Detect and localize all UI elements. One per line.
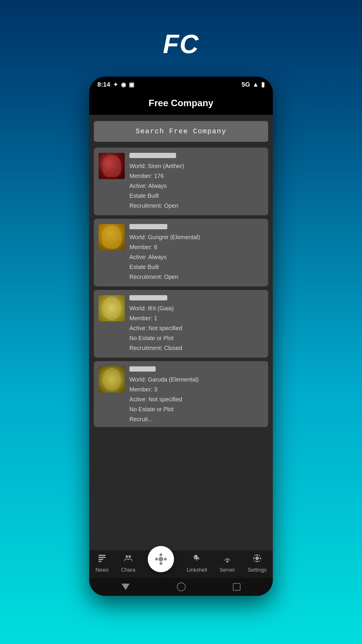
chara-icon: [124, 554, 133, 565]
svg-point-8: [159, 562, 162, 565]
fc-recruitment: Recruitment: Open: [129, 201, 263, 210]
fc-member: Member: 176: [129, 172, 263, 180]
fc-world: World: Garuda (Elemental): [129, 375, 263, 384]
back-button[interactable]: [122, 583, 130, 591]
fc-name-blurred: [129, 295, 167, 300]
fc-info: World: Ifrit (Gaia) Member: 1 Active: No…: [129, 295, 263, 352]
nav-label-settings: Settings: [247, 567, 266, 573]
svg-rect-1: [99, 557, 106, 558]
svg-point-11: [226, 561, 228, 562]
content-area: Search Free Company World: Siren (Aether…: [89, 115, 273, 550]
nav-item-server[interactable]: Server: [219, 554, 235, 573]
server-icon: [223, 554, 232, 565]
fc-world: World: Ifrit (Gaia): [129, 304, 263, 313]
status-bar: 8:14 ✦ ◉ ▣ 5G ▲ ▮: [89, 77, 273, 91]
app-title: FC: [163, 29, 199, 59]
fc-active: Active: Always: [129, 181, 263, 190]
fc-info: World: Gungnir (Elemental) Member: 6 Act…: [129, 224, 263, 281]
fc-active: Active: Always: [129, 253, 263, 261]
back-icon: [122, 584, 130, 590]
fc-emblem-1: [99, 153, 125, 179]
fc-card[interactable]: World: Gungnir (Elemental) Member: 6 Act…: [94, 219, 268, 286]
news-icon: [97, 554, 107, 565]
screen-title: Free Company: [149, 98, 213, 108]
fc-world: World: Siren (Aether): [129, 162, 263, 170]
location-icon: ✦: [113, 81, 118, 88]
svg-rect-2: [99, 559, 103, 560]
search-free-company-button[interactable]: Search Free Company: [94, 121, 268, 142]
status-left: 8:14 ✦ ◉ ▣: [97, 81, 134, 88]
fc-member: Member: 3: [129, 385, 263, 394]
fc-estate: Estate Built: [129, 262, 263, 271]
top-bar: Free Company: [89, 91, 273, 115]
fc-recruitment: Recruitment: Open: [129, 272, 263, 281]
nav-center-fc-button[interactable]: [148, 546, 174, 572]
vpn-icon: ◉: [121, 81, 126, 88]
bottom-nav: News Chara: [89, 550, 273, 578]
wallet-icon: ▣: [129, 81, 134, 88]
fc-info: World: Garuda (Elemental) Member: 3 Acti…: [129, 366, 263, 422]
nav-label-chara: Chara: [121, 567, 135, 573]
fc-name-blurred: [129, 153, 176, 158]
fc-emblem-4: [99, 366, 125, 393]
status-time: 8:14: [97, 81, 110, 88]
fc-name-blurred: [129, 366, 156, 372]
emblem-shape: [102, 155, 121, 177]
nav-label-news: News: [95, 567, 108, 573]
fc-emblem-3: [99, 295, 125, 321]
fc-recruitment: Recruit...: [129, 415, 263, 422]
svg-point-9: [155, 558, 158, 561]
emblem-shape: [102, 368, 121, 391]
fc-member: Member: 6: [129, 243, 263, 251]
nav-item-linkshell[interactable]: Linkshell: [187, 554, 207, 573]
svg-point-5: [129, 555, 131, 558]
svg-rect-0: [99, 555, 106, 556]
fc-card[interactable]: World: Garuda (Elemental) Member: 3 Acti…: [94, 361, 268, 427]
network-type: 5G: [242, 81, 250, 88]
recents-button[interactable]: [233, 583, 240, 591]
nav-label-linkshell: Linkshell: [187, 567, 207, 573]
nav-item-chara[interactable]: Chara: [121, 554, 135, 573]
fc-card[interactable]: World: Ifrit (Gaia) Member: 1 Active: No…: [94, 290, 268, 358]
svg-point-6: [159, 557, 163, 561]
phone-frame: 8:14 ✦ ◉ ▣ 5G ▲ ▮ Free Company Search Fr…: [89, 77, 273, 596]
fc-estate: No Estate or Plot: [129, 405, 263, 414]
system-nav-bar: [89, 578, 273, 596]
fc-recruitment: Recruitment: Closed: [129, 344, 263, 352]
settings-icon: [252, 554, 262, 565]
nav-item-settings[interactable]: Settings: [247, 554, 266, 573]
fc-active: Active: Not specified: [129, 324, 263, 332]
nav-item-news[interactable]: News: [95, 554, 108, 573]
fc-center-icon: [154, 552, 168, 566]
nav-label-server: Server: [219, 567, 235, 573]
status-right: 5G ▲ ▮: [242, 81, 265, 88]
svg-point-4: [126, 555, 128, 558]
signal-icon: ▲: [252, 81, 259, 88]
linkshell-icon: [192, 554, 201, 565]
fc-estate: Estate Built: [129, 191, 263, 200]
battery-icon: ▮: [261, 81, 265, 88]
emblem-shape: [101, 225, 122, 249]
fc-estate: No Estate or Plot: [129, 334, 263, 342]
fc-info: World: Siren (Aether) Member: 176 Active…: [129, 153, 263, 210]
emblem-shape: [102, 297, 122, 320]
fc-card[interactable]: World: Siren (Aether) Member: 176 Active…: [94, 148, 268, 215]
svg-point-10: [164, 558, 167, 561]
fc-emblem-2: [99, 224, 125, 250]
fc-world: World: Gungnir (Elemental): [129, 233, 263, 242]
fc-name-blurred: [129, 224, 167, 229]
fc-active: Active: Not specified: [129, 395, 263, 404]
svg-point-7: [159, 553, 162, 556]
fc-member: Member: 1: [129, 314, 263, 323]
home-button[interactable]: [177, 582, 186, 591]
svg-rect-3: [99, 561, 101, 562]
